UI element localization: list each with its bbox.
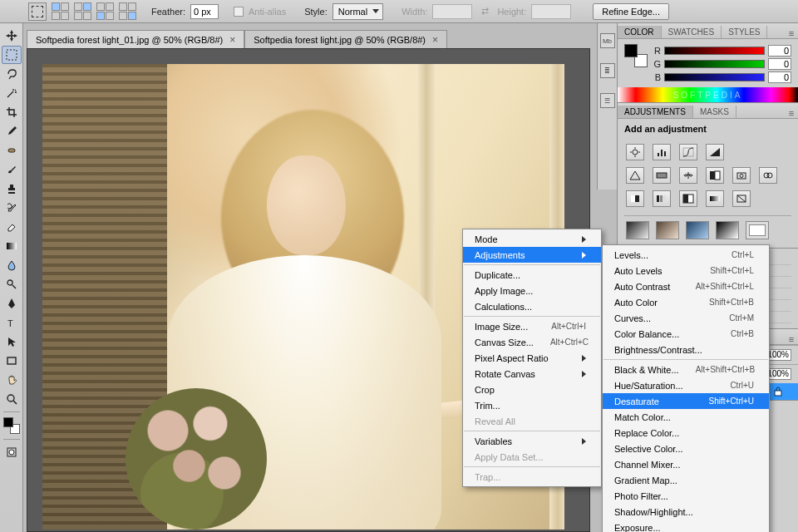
menu-item[interactable]: Channel Mixer... bbox=[603, 456, 769, 472]
dock-info-icon[interactable]: ☰ bbox=[600, 93, 615, 108]
menu-item[interactable]: Exposure... bbox=[603, 520, 769, 532]
tool-healing[interactable] bbox=[2, 141, 22, 160]
tab-adjustments[interactable]: ADJUSTMENTS bbox=[618, 106, 693, 118]
menu-item[interactable]: Levels...Ctrl+L bbox=[603, 247, 769, 263]
dock-histogram-icon[interactable]: ≣ bbox=[600, 63, 615, 78]
menu-item[interactable]: Trim... bbox=[463, 397, 601, 413]
color-fg-bg-swatch[interactable] bbox=[624, 44, 648, 67]
tab-masks[interactable]: MASKS bbox=[693, 106, 736, 118]
adj-hue-icon[interactable] bbox=[653, 167, 671, 184]
menu-item[interactable]: Shadow/Highlight... bbox=[603, 504, 769, 520]
menu-item[interactable]: Rotate Canvas bbox=[463, 366, 601, 382]
adj-balance-icon[interactable] bbox=[679, 167, 697, 184]
panel-menu-icon[interactable]: ≡ bbox=[785, 334, 798, 344]
adj-selective-icon[interactable] bbox=[732, 190, 751, 207]
adj-exposure-icon[interactable] bbox=[706, 144, 724, 160]
menu-item[interactable]: Brightness/Contrast... bbox=[603, 342, 769, 357]
tool-crop[interactable] bbox=[2, 103, 22, 121]
adj-brightness-icon[interactable] bbox=[626, 144, 644, 160]
menu-item[interactable]: Selective Color... bbox=[603, 441, 769, 456]
panel-menu-icon[interactable]: ≡ bbox=[785, 28, 798, 38]
channel-r-slider[interactable] bbox=[664, 47, 765, 55]
tool-move[interactable] bbox=[2, 27, 22, 45]
menu-item[interactable]: Crop bbox=[463, 382, 601, 397]
preset-2[interactable] bbox=[656, 221, 679, 239]
tool-path-select[interactable] bbox=[2, 332, 22, 351]
selection-mode-subtract[interactable] bbox=[96, 2, 114, 20]
menu-item[interactable]: Black & White...Alt+Shift+Ctrl+B bbox=[603, 362, 769, 377]
menu-item[interactable]: Auto LevelsShift+Ctrl+L bbox=[603, 263, 769, 278]
channel-b-input[interactable] bbox=[768, 71, 791, 83]
tool-blur[interactable] bbox=[2, 256, 22, 274]
tab-swatches[interactable]: SWATCHES bbox=[662, 26, 722, 38]
style-dropdown[interactable]: Normal bbox=[332, 3, 383, 20]
menu-item[interactable]: Auto ColorShift+Ctrl+B bbox=[603, 294, 769, 310]
menu-item[interactable]: Replace Color... bbox=[603, 425, 769, 441]
tool-hand[interactable] bbox=[2, 371, 22, 389]
menu-item[interactable]: Pixel Aspect Ratio bbox=[463, 350, 601, 366]
tool-lasso[interactable] bbox=[2, 65, 22, 83]
tool-eraser[interactable] bbox=[2, 218, 22, 236]
preset-5[interactable] bbox=[746, 221, 769, 239]
preset-4[interactable] bbox=[716, 221, 739, 239]
adj-curves-icon[interactable] bbox=[679, 144, 697, 160]
tool-dodge[interactable] bbox=[2, 275, 22, 293]
adj-levels-icon[interactable] bbox=[653, 144, 671, 160]
tool-marquee[interactable] bbox=[2, 46, 22, 64]
menu-item[interactable]: Mode bbox=[463, 231, 601, 247]
tab-styles[interactable]: STYLES bbox=[722, 26, 767, 38]
adj-channelmixer-icon[interactable] bbox=[759, 167, 777, 184]
menu-item[interactable]: Image Size...Alt+Ctrl+I bbox=[463, 318, 601, 334]
feather-input[interactable] bbox=[190, 4, 219, 19]
menu-item[interactable]: Duplicate... bbox=[463, 267, 601, 283]
adj-vibrance-icon[interactable] bbox=[626, 167, 644, 184]
selection-mode-intersect[interactable] bbox=[119, 2, 136, 20]
menu-item[interactable]: Match Color... bbox=[603, 409, 769, 425]
adj-photofilter-icon[interactable] bbox=[732, 167, 751, 184]
document-tab-0[interactable]: Softpedia forest light_01.jpg @ 50% (RGB… bbox=[27, 30, 244, 48]
preset-3[interactable] bbox=[686, 221, 709, 239]
menu-item[interactable]: Canvas Size...Alt+Ctrl+C bbox=[463, 334, 601, 350]
menu-item[interactable]: Hue/Saturation...Ctrl+U bbox=[603, 377, 769, 393]
adj-gradientmap-icon[interactable] bbox=[706, 190, 724, 207]
tool-zoom[interactable] bbox=[2, 390, 22, 408]
channel-r-input[interactable] bbox=[768, 45, 791, 57]
adj-posterize-icon[interactable] bbox=[653, 190, 671, 207]
tool-eyedropper[interactable] bbox=[2, 122, 22, 140]
tool-wand[interactable] bbox=[2, 84, 22, 102]
menu-item[interactable]: Apply Image... bbox=[463, 283, 601, 298]
close-icon[interactable]: × bbox=[432, 34, 438, 46]
menu-item[interactable]: Variables bbox=[463, 433, 601, 449]
channel-g-input[interactable] bbox=[768, 58, 791, 70]
menu-item[interactable]: Auto ContrastAlt+Shift+Ctrl+L bbox=[603, 278, 769, 294]
preset-1[interactable] bbox=[626, 221, 649, 239]
adj-invert-icon[interactable] bbox=[626, 190, 644, 207]
tool-type[interactable]: T bbox=[2, 313, 22, 332]
menu-item[interactable]: Photo Filter... bbox=[603, 488, 769, 504]
color-spectrum[interactable]: SOFTPEDIA bbox=[618, 87, 798, 102]
menu-item[interactable]: Color Balance...Ctrl+B bbox=[603, 326, 769, 342]
adj-bw-icon[interactable] bbox=[706, 167, 724, 184]
tool-pen[interactable] bbox=[2, 294, 22, 313]
adj-threshold-icon[interactable] bbox=[679, 190, 697, 207]
tool-history-brush[interactable] bbox=[2, 199, 22, 217]
panel-menu-icon[interactable]: ≡ bbox=[785, 108, 798, 118]
tool-brush[interactable] bbox=[2, 160, 22, 179]
menu-item[interactable]: Curves...Ctrl+M bbox=[603, 310, 769, 326]
tool-gradient[interactable] bbox=[2, 237, 22, 255]
close-icon[interactable]: × bbox=[229, 34, 235, 46]
document-tab-1[interactable]: Softpedia forest light.jpg @ 50% (RGB/8#… bbox=[244, 30, 447, 48]
quickmask-toggle[interactable] bbox=[2, 443, 22, 461]
menu-item[interactable]: DesaturateShift+Ctrl+U bbox=[603, 393, 769, 409]
menu-item[interactable]: Calculations... bbox=[463, 298, 601, 314]
selection-mode-new[interactable] bbox=[52, 2, 69, 20]
menu-item[interactable]: Adjustments bbox=[463, 247, 601, 263]
selection-mode-add[interactable] bbox=[74, 2, 91, 20]
foreground-background-swatch[interactable] bbox=[2, 416, 22, 436]
tool-shape[interactable] bbox=[2, 352, 22, 370]
tool-stamp[interactable] bbox=[2, 180, 22, 198]
channel-g-slider[interactable] bbox=[664, 60, 765, 68]
tool-preset-icon[interactable] bbox=[28, 2, 47, 21]
channel-b-slider[interactable] bbox=[664, 73, 765, 81]
refine-edge-button[interactable]: Refine Edge... bbox=[593, 3, 669, 20]
